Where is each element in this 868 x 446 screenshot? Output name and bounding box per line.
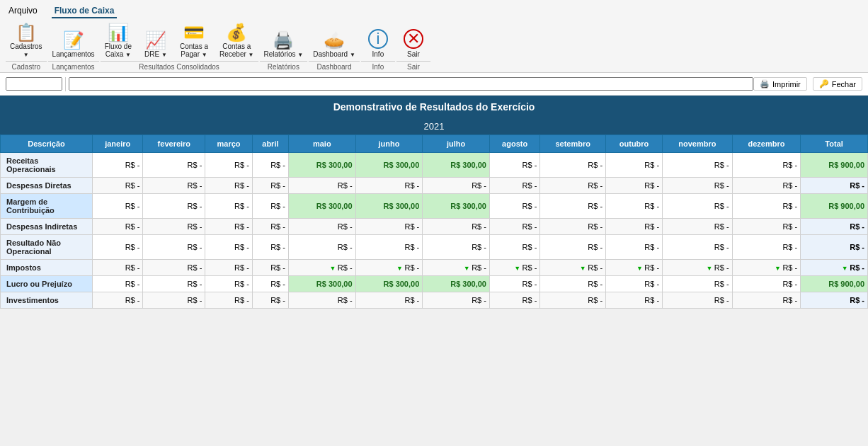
cell-4-4: R$ - (288, 235, 355, 260)
cell-0-4: R$ 300,00 (288, 153, 355, 178)
cell-value: R$ - (234, 202, 249, 210)
ribbon-group-resultados: 📊 Fluxo deCaixa ▼ 📈 DRE ▼ 💳 Contas aPaga… (101, 21, 258, 72)
col-header-dezembro: dezembro (732, 135, 801, 153)
cell-3-4: R$ - (288, 219, 355, 235)
formula-bar: 🖨️ Imprimir 🔑 Fechar (0, 73, 868, 96)
lancamentos-group-label: Lançamentos (48, 61, 99, 72)
contas-pagar-button[interactable]: 💳 Contas aPagar ▼ (176, 21, 212, 61)
cell-2-12: R$ 900,00 (801, 194, 868, 219)
cell-value: R$ - (125, 280, 140, 288)
cell-0-1: R$ - (143, 153, 205, 178)
dre-table: Descrição janeiro fevereiro março abril … (0, 135, 868, 309)
cell-value: R$ - (405, 222, 420, 231)
toolbar-actions: 🖨️ Imprimir 🔑 Fechar (753, 77, 862, 91)
cell-7-11: R$ - (732, 292, 801, 309)
cell-3-12: R$ - (801, 219, 868, 235)
cadastros-button[interactable]: 📋 Cadastros▼ (6, 21, 47, 61)
cell-3-5: R$ - (355, 219, 423, 235)
col-header-descricao: Descrição (1, 135, 93, 153)
cell-0-6: R$ 300,00 (423, 153, 490, 178)
row-desc-5: Impostos (1, 260, 93, 276)
dre-title: Demonstrativo de Resultados do Exercício (0, 96, 868, 118)
cell-value: R$ - (644, 161, 659, 169)
cell-value: R$ - (588, 280, 603, 288)
cell-1-7: R$ - (489, 178, 539, 194)
table-row: Margem de ContribuiçãoR$ -R$ -R$ -R$ -R$… (1, 194, 868, 219)
cell-value: R$ - (270, 202, 285, 210)
cell-6-0: R$ - (93, 276, 143, 292)
cell-value: R$ - (188, 202, 202, 210)
cell-value: R$ - (234, 222, 249, 231)
cell-value: R$ - (644, 181, 659, 190)
fluxo-caixa-label: Fluxo deCaixa ▼ (105, 42, 132, 58)
cell-4-2: R$ - (205, 235, 253, 260)
cell-value: R$ - (188, 243, 202, 251)
cell-value: R$ - (270, 263, 285, 272)
toolbar: Arquivo Fluxo de Caixa 📋 Cadastros▼ Cada… (0, 0, 868, 73)
info-button[interactable]: i Info (361, 26, 395, 61)
print-button[interactable]: 🖨️ Imprimir (753, 77, 807, 91)
cell-1-2: R$ - (205, 178, 253, 194)
down-arrow-icon: ▼ (842, 265, 850, 272)
ribbon-group-info: i Info Info (361, 26, 395, 72)
cell-value: R$ - (588, 263, 603, 272)
cell-6-12: R$ 900,00 (801, 276, 868, 292)
dashboard-label: Dashboard ▼ (313, 50, 355, 58)
ribbon: 📋 Cadastros▼ Cadastro 📝 Lançamentos Lanç… (6, 21, 862, 72)
relatorios-button[interactable]: 🖨️ Relatórios ▼ (260, 29, 308, 61)
cell-3-7: R$ - (489, 219, 539, 235)
cell-value: R$ - (522, 243, 537, 251)
cell-1-3: R$ - (252, 178, 288, 194)
down-arrow-icon: ▼ (706, 265, 714, 272)
contas-receber-button[interactable]: 💰 Contas aReceber ▼ (215, 21, 258, 61)
cell-value: R$ - (588, 202, 603, 210)
cell-7-7: R$ - (489, 292, 539, 309)
formula-divider (65, 77, 66, 91)
cell-3-3: R$ - (252, 219, 288, 235)
fluxo-caixa-button[interactable]: 📊 Fluxo deCaixa ▼ (101, 21, 136, 61)
col-header-abril: abril (252, 135, 288, 153)
cell-0-0: R$ - (93, 153, 143, 178)
lancamentos-button[interactable]: 📝 Lançamentos (48, 29, 99, 61)
cell-value: R$ - (588, 296, 603, 304)
cell-3-1: R$ - (143, 219, 205, 235)
cell-4-5: R$ - (355, 235, 423, 260)
cell-ref-input[interactable] (6, 77, 62, 91)
col-header-agosto: agosto (489, 135, 539, 153)
close-label: Fechar (832, 80, 856, 88)
dashboard-icon: 🥧 (324, 32, 345, 49)
lancamentos-icon: 📝 (63, 32, 84, 49)
cell-value: R$ - (472, 296, 486, 304)
cell-value: R$ - (234, 161, 249, 169)
dashboard-button[interactable]: 🥧 Dashboard ▼ (309, 29, 360, 61)
cell-value: R$ - (270, 222, 285, 231)
cell-0-2: R$ - (205, 153, 253, 178)
ribbon-group-lancamentos: 📝 Lançamentos Lançamentos (48, 29, 99, 72)
cell-6-8: R$ - (540, 276, 606, 292)
cell-5-2: R$ - (205, 260, 253, 276)
cell-5-1: R$ - (143, 260, 205, 276)
cell-5-6: ▼ R$ - (423, 260, 490, 276)
dre-button[interactable]: 📈 DRE ▼ (139, 29, 173, 61)
cell-value: R$ - (522, 263, 537, 272)
cell-0-7: R$ - (489, 153, 539, 178)
dre-icon: 📈 (145, 32, 166, 49)
row-desc-1: Despesas Diretas (1, 178, 93, 194)
close-button[interactable]: 🔑 Fechar (813, 77, 862, 91)
cell-value: R$ - (782, 181, 797, 190)
menu-arquivo[interactable]: Arquivo (6, 4, 40, 18)
sair-button[interactable]: ✕ Sair (396, 26, 430, 61)
cell-2-3: R$ - (252, 194, 288, 219)
formula-input[interactable] (69, 77, 753, 91)
sair-group-label: Sair (396, 61, 430, 72)
col-header-maio: maio (288, 135, 355, 153)
cell-0-3: R$ - (252, 153, 288, 178)
cell-3-8: R$ - (540, 219, 606, 235)
row-desc-4: Resultado Não Operacional (1, 235, 93, 260)
cell-4-8: R$ - (540, 235, 606, 260)
menu-fluxo-caixa[interactable]: Fluxo de Caixa (52, 4, 118, 18)
cell-value: R$ - (188, 296, 202, 304)
cell-value: R$ 900,00 (828, 202, 864, 210)
cell-value: R$ - (714, 296, 729, 304)
cell-value: R$ - (472, 222, 486, 231)
